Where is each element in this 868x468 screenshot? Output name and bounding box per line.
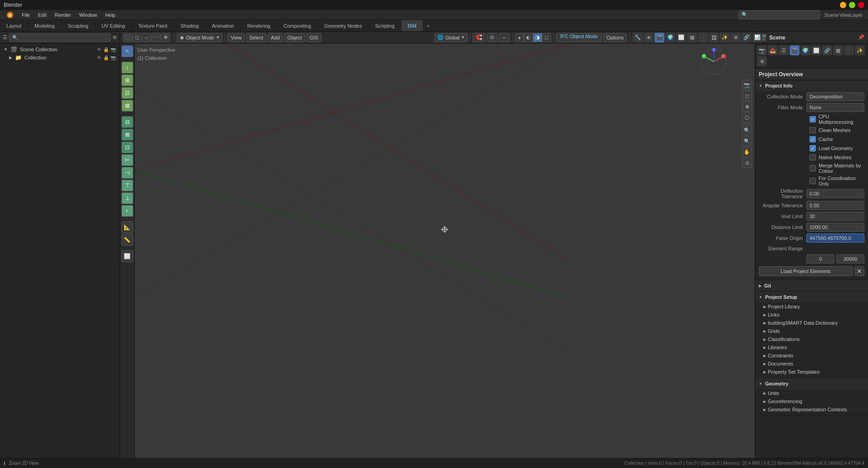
- panel-icon-part[interactable]: ✨: [720, 33, 730, 43]
- project-info-header[interactable]: ▼ Project Info: [755, 80, 868, 91]
- search-input[interactable]: [750, 12, 817, 18]
- tab-scene[interactable]: 🎬: [790, 45, 800, 55]
- clean-meshes-checkbox[interactable]: [810, 127, 816, 133]
- ws-tab-modeling[interactable]: Modeling: [28, 20, 62, 31]
- ws-tab-sculpting[interactable]: Sculpting: [62, 20, 95, 31]
- annotate-btn[interactable]: 📐: [121, 221, 133, 233]
- tab-output[interactable]: 📤: [768, 45, 778, 55]
- vp-overlay-btn[interactable]: ⬡: [742, 112, 752, 122]
- search-bar[interactable]: 🔍: [738, 10, 820, 20]
- zoom-in-btn[interactable]: 🔍: [742, 125, 752, 135]
- tab-physics[interactable]: ⊕: [757, 56, 767, 66]
- tab-obj-props[interactable]: ⬜: [811, 45, 821, 55]
- tab-obj-data[interactable]: ▦: [833, 45, 843, 55]
- close-button[interactable]: [858, 2, 864, 8]
- ws-tab-geometrynodes[interactable]: Geometry Nodes: [318, 20, 369, 31]
- nav-gizmo-area[interactable]: X Y Z: [700, 48, 727, 76]
- misc-btn[interactable]: ⬜: [121, 250, 133, 262]
- menu-help[interactable]: Help: [102, 11, 119, 19]
- project-setup-header[interactable]: ▼ Project Setup: [755, 292, 868, 302]
- pset-templates-item[interactable]: ▶ Property Set Templates: [755, 368, 868, 376]
- distance-limit-input[interactable]: 1000.00: [806, 223, 864, 232]
- ifc-tool-5[interactable]: ⊣: [121, 167, 133, 179]
- maximize-button[interactable]: [849, 2, 855, 8]
- viewport-3d[interactable]: User Perspective (1) Collection: [135, 44, 755, 458]
- menu-window[interactable]: Window: [76, 11, 101, 19]
- measure-btn[interactable]: 📏: [121, 234, 133, 246]
- vp-gizmo-btn[interactable]: ⊕: [742, 102, 752, 112]
- ws-tab-texturepaint[interactable]: Texture Paint: [132, 20, 174, 31]
- collection-mode-value[interactable]: Decomposition: [806, 92, 864, 101]
- icon-lasso[interactable]: ◻: [132, 33, 141, 42]
- hide-icon[interactable]: 👁: [97, 47, 102, 52]
- ifc-tool-2[interactable]: ⊠: [121, 129, 133, 141]
- panel-icon-data[interactable]: 📊: [752, 33, 762, 43]
- georeferencing-item[interactable]: ▶ Georeferencing: [755, 397, 868, 405]
- tab-obj-constraint[interactable]: 🔗: [822, 45, 832, 55]
- panel-icon-mat[interactable]: ⬝: [698, 33, 708, 43]
- panel-icon-constraint[interactable]: 🔗: [742, 33, 752, 43]
- panel-icon-tex[interactable]: 🖼: [709, 33, 719, 43]
- ifc-tool-8[interactable]: ⊦: [121, 205, 133, 217]
- false-origin-input[interactable]: 447560,4679700,0: [806, 234, 864, 243]
- ws-add-tab[interactable]: +: [423, 20, 433, 31]
- ws-tab-uvediting[interactable]: UV Editing: [95, 20, 132, 31]
- lock2-icon[interactable]: 🔒: [103, 55, 109, 60]
- orbit-btn[interactable]: ⊙: [742, 158, 752, 168]
- tab-material[interactable]: ⬝: [844, 45, 854, 55]
- project-library-item[interactable]: ▶ Project Library: [755, 302, 868, 311]
- ws-tab-animation[interactable]: Animation: [206, 20, 241, 31]
- object-mode-dropdown[interactable]: ◉ Object Mode ▼: [177, 33, 223, 42]
- add-menu-btn[interactable]: Add: [268, 33, 283, 42]
- gis-menu-btn[interactable]: GIS: [306, 33, 321, 42]
- links-item[interactable]: ▶ Links: [755, 311, 868, 319]
- vp-camera-btn[interactable]: 📷: [742, 80, 752, 90]
- vp-perspective-btn[interactable]: ◻: [742, 91, 752, 101]
- select-tool-btn[interactable]: ↖: [121, 45, 133, 57]
- tab-world[interactable]: 🌍: [800, 45, 810, 55]
- icon-dots[interactable]: ⋯: [151, 33, 160, 42]
- menu-blender[interactable]: B: [3, 10, 17, 20]
- classifications-item[interactable]: ▶ Classifications: [755, 335, 868, 343]
- element-range-max-input[interactable]: 30000: [836, 254, 864, 263]
- ifc-object-mode-btn[interactable]: IFC Object Mode: [556, 33, 602, 42]
- ws-tab-bim[interactable]: BIM: [401, 20, 423, 31]
- minimize-button[interactable]: [840, 2, 846, 8]
- ws-tab-compositing[interactable]: Compositing: [277, 20, 318, 31]
- grids-item[interactable]: ▶ Grids: [755, 327, 868, 335]
- pan-btn[interactable]: ✋: [742, 147, 752, 157]
- vp-transform-btn[interactable]: ↔: [499, 33, 510, 42]
- outliner-search[interactable]: 🔍: [9, 34, 111, 42]
- load-project-elements-btn[interactable]: Load Project Elements: [759, 266, 853, 276]
- lock-icon[interactable]: 🔒: [103, 47, 109, 52]
- ws-tab-shading[interactable]: Shading: [174, 20, 205, 31]
- ifc-tool-4[interactable]: ⊢: [121, 154, 133, 166]
- shade-solid-btn[interactable]: ●: [515, 33, 524, 42]
- constraints-item[interactable]: ▶ Constraints: [755, 351, 868, 360]
- rotate-tool-btn[interactable]: ⊡: [121, 87, 133, 99]
- icon-transform[interactable]: ✥: [161, 33, 170, 42]
- hide2-icon[interactable]: 👁: [97, 55, 102, 60]
- tab-particles[interactable]: ✨: [855, 45, 865, 55]
- cpu-multiprocessing-checkbox[interactable]: [810, 116, 816, 122]
- geom-rep-contexts-item[interactable]: ▶ Geometric Representation Contexts: [755, 405, 868, 414]
- ws-tab-rendering[interactable]: Rendering: [241, 20, 277, 31]
- native-meshes-checkbox[interactable]: [810, 154, 816, 161]
- units-item[interactable]: ▶ Units: [755, 389, 868, 397]
- transform-tool-btn[interactable]: ⊠: [121, 100, 133, 112]
- merge-materials-checkbox[interactable]: [810, 165, 816, 171]
- scale-tool-btn[interactable]: ⊞: [121, 74, 133, 86]
- cam2-icon[interactable]: 📷: [111, 55, 116, 60]
- menu-edit[interactable]: Edit: [34, 11, 50, 19]
- global-dropdown[interactable]: 🌐 Global ▼: [434, 33, 468, 42]
- shade-rendered-btn[interactable]: ◑: [533, 33, 542, 42]
- vp-proportional-btn[interactable]: ⊙: [487, 33, 497, 42]
- right-panel-scroll[interactable]: ▼ Project Info Collection Mode Decomposi…: [755, 80, 868, 458]
- tab-render[interactable]: 📷: [757, 45, 767, 55]
- icon-circle-select[interactable]: ○: [142, 33, 151, 42]
- panel-icon-object[interactable]: ⬜: [676, 33, 686, 43]
- menu-file[interactable]: File: [18, 11, 34, 19]
- panel-icon-view[interactable]: 👁: [644, 33, 654, 43]
- panel-icon-physics[interactable]: ⊕: [731, 33, 741, 43]
- collection-item[interactable]: ▶ 📁 Collection 👁 🔒 📷: [0, 54, 120, 62]
